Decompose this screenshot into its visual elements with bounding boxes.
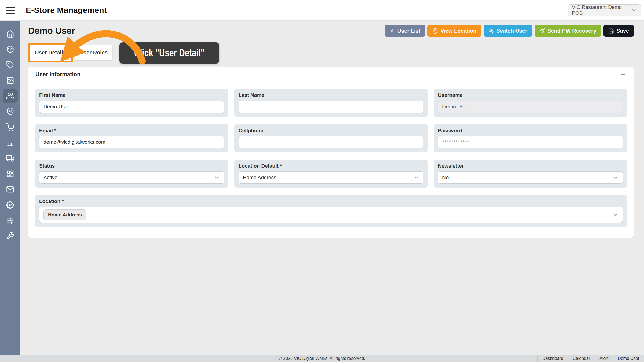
- cart-icon: [6, 123, 14, 131]
- wrench-icon: [6, 232, 14, 240]
- tab-user-details[interactable]: User Details: [30, 45, 71, 61]
- app-title: E-Store Management: [26, 6, 107, 15]
- first-name-input[interactable]: [39, 101, 224, 113]
- top-bar: E-Store Management VIC Restaurant Demo P…: [0, 0, 644, 21]
- sidebar-item-reports[interactable]: [3, 135, 18, 150]
- tag-icon: [6, 61, 14, 69]
- package-icon: [6, 45, 14, 53]
- last-name-label: Last Name: [239, 92, 423, 98]
- send-icon: [539, 28, 545, 34]
- cellphone-label: Cellphone: [239, 128, 423, 134]
- sidebar-item-products[interactable]: [3, 42, 18, 57]
- save-button[interactable]: Save: [603, 25, 634, 37]
- username-field-group: Username: [434, 89, 627, 117]
- map-pin-icon: [6, 108, 14, 116]
- status-field-group: Status Active: [35, 160, 228, 188]
- page-title: Demo User: [28, 26, 75, 36]
- cellphone-input[interactable]: [239, 136, 423, 148]
- footer-link-dashboard[interactable]: Dashboard: [537, 355, 568, 362]
- users-icon: [6, 92, 14, 100]
- location-label: Location *: [39, 198, 623, 204]
- password-input[interactable]: [438, 136, 623, 148]
- newsletter-field-group: Newsletter No: [434, 160, 627, 188]
- save-icon: [608, 28, 614, 34]
- hamburger-menu-icon[interactable]: [6, 7, 15, 14]
- chevron-down-icon: [613, 175, 619, 180]
- first-name-label: First Name: [39, 92, 224, 98]
- sidebar-item-tools[interactable]: [3, 229, 18, 243]
- status-label: Status: [39, 163, 224, 169]
- switch-user-button[interactable]: Switch User: [484, 25, 532, 37]
- sidebar-nav: [0, 21, 20, 355]
- sidebar-item-tags[interactable]: [3, 58, 18, 72]
- password-label: Password: [438, 128, 623, 134]
- chevron-left-icon: [389, 28, 395, 34]
- card-title: User Information: [35, 71, 80, 77]
- chevron-down-icon: [631, 7, 637, 13]
- settings-icon: [6, 201, 14, 209]
- first-name-field-group: First Name: [35, 89, 228, 117]
- page-actions: User List View Location Switch User Send…: [385, 25, 634, 37]
- location-default-select[interactable]: Home Address: [239, 171, 423, 184]
- email-input[interactable]: [39, 136, 224, 148]
- email-label: Email *: [39, 128, 224, 134]
- last-name-field-group: Last Name: [234, 89, 428, 117]
- sidebar-item-preferences[interactable]: [3, 213, 18, 228]
- view-location-button[interactable]: View Location: [427, 25, 481, 37]
- cellphone-field-group: Cellphone: [234, 124, 428, 152]
- username-label: Username: [438, 92, 623, 98]
- location-chip[interactable]: Home Address: [43, 209, 86, 220]
- sidebar-item-locations[interactable]: [3, 104, 18, 119]
- location-default-label: Location Default *: [239, 163, 423, 169]
- mail-icon: [6, 185, 14, 193]
- annotation-tooltip: Click "User Detail": [119, 42, 219, 64]
- sidebar-item-media[interactable]: [3, 73, 18, 88]
- footer-links: Dashboard Calendar Alert Demo User: [537, 355, 644, 362]
- store-selector-value: VIC Restaurant Demo POS: [572, 4, 631, 16]
- newsletter-select[interactable]: No: [438, 171, 623, 184]
- sidebar-item-orders[interactable]: [3, 120, 18, 134]
- chevron-down-icon: [214, 175, 220, 180]
- sidebar-item-users[interactable]: [3, 89, 18, 103]
- sidebar-item-settings[interactable]: [3, 198, 18, 212]
- sidebar-item-dashboard[interactable]: [3, 167, 18, 181]
- sidebar-item-messages[interactable]: [3, 182, 18, 197]
- chevron-down-icon: [413, 175, 419, 180]
- send-pw-recovery-button[interactable]: Send PW Recovery: [535, 25, 601, 37]
- main-content: Demo User User List View Location Switch…: [20, 21, 644, 355]
- annotation-tooltip-text: Click "User Detail": [133, 47, 206, 59]
- location-default-field-group: Location Default * Home Address: [234, 160, 428, 188]
- dashboard-icon: [6, 170, 14, 178]
- collapse-icon[interactable]: [620, 71, 627, 77]
- tab-bar: User Details User Roles: [28, 43, 634, 62]
- footer-link-alert[interactable]: Alert: [595, 355, 613, 362]
- password-field-group: Password: [434, 124, 627, 152]
- user-list-button[interactable]: User List: [385, 25, 425, 37]
- sidebar-item-shipping[interactable]: [3, 151, 18, 165]
- newsletter-label: Newsletter: [438, 163, 623, 169]
- footer-link-calendar[interactable]: Calendar: [568, 355, 595, 362]
- footer-link-demo-user[interactable]: Demo User: [613, 355, 644, 362]
- sliders-icon: [6, 216, 14, 224]
- map-pin-icon: [432, 28, 438, 34]
- tab-user-roles[interactable]: User Roles: [75, 45, 113, 60]
- location-field-group: Location * Home Address: [35, 195, 627, 227]
- truck-icon: [6, 154, 14, 162]
- home-icon: [6, 30, 14, 38]
- email-field-group: Email *: [35, 124, 228, 152]
- location-multiselect[interactable]: Home Address: [39, 207, 623, 223]
- status-select[interactable]: Active: [39, 171, 224, 184]
- bar-chart-icon: [6, 139, 14, 147]
- username-input: [438, 101, 623, 113]
- users-icon: [489, 28, 494, 34]
- images-icon: [6, 76, 14, 84]
- sidebar-item-home[interactable]: [3, 27, 18, 41]
- footer: © 2026 VIC Digital Works. All rights res…: [0, 355, 644, 362]
- annotation-highlight-box: User Details: [28, 43, 73, 62]
- store-selector-dropdown[interactable]: VIC Restaurant Demo POS: [568, 4, 641, 16]
- chevron-down-icon: [613, 212, 619, 218]
- user-information-card: User Information First Name Last Name Us…: [28, 67, 634, 238]
- last-name-input[interactable]: [239, 101, 423, 113]
